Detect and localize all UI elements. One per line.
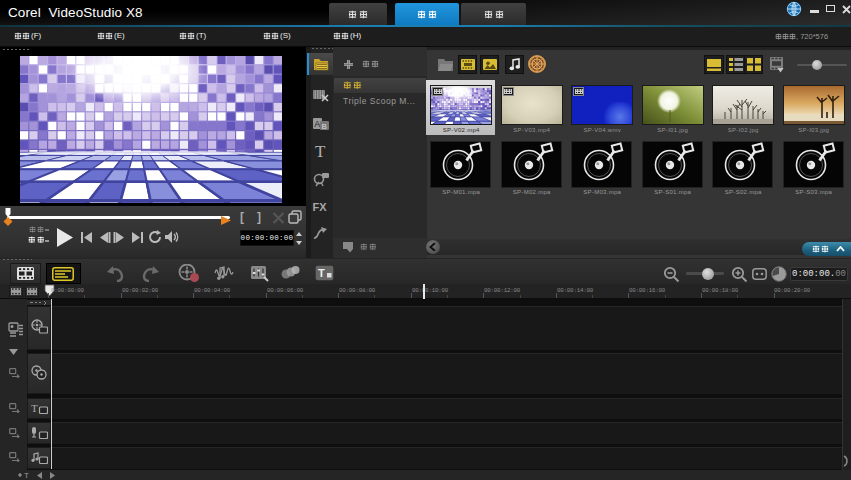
svg-text:B: B — [322, 122, 327, 131]
svg-text:A: A — [314, 119, 320, 129]
svg-text:T: T — [24, 471, 29, 479]
svg-text:T: T — [315, 142, 326, 160]
svg-text:FX: FX — [313, 201, 328, 213]
svg-text:T: T — [31, 402, 38, 414]
svg-text:T: T — [318, 267, 325, 279]
